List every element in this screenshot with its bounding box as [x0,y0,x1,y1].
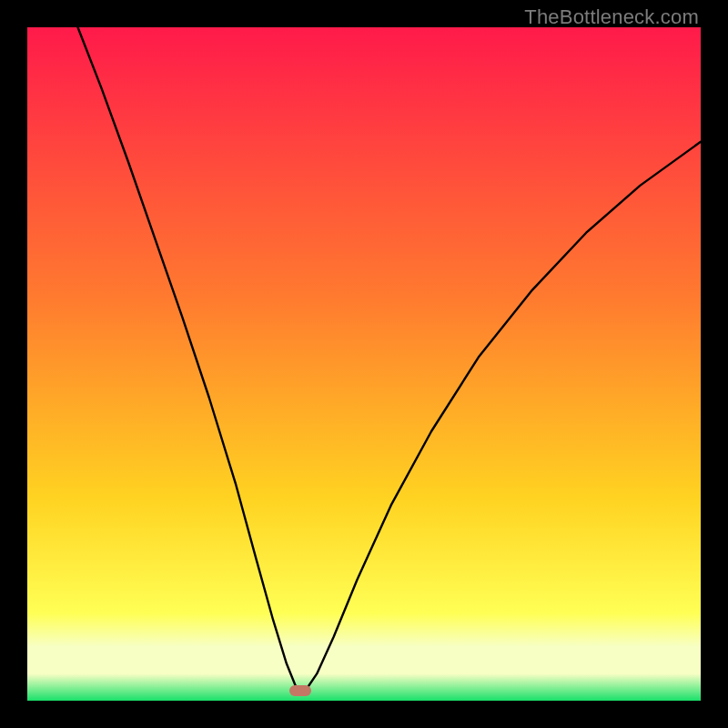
watermark-text: TheBottleneck.com [524,5,699,29]
plot-area [27,27,701,701]
optimum-marker [289,685,311,696]
bottleneck-curve [27,27,701,701]
curve-path [78,27,702,691]
chart-frame: TheBottleneck.com [0,0,728,728]
